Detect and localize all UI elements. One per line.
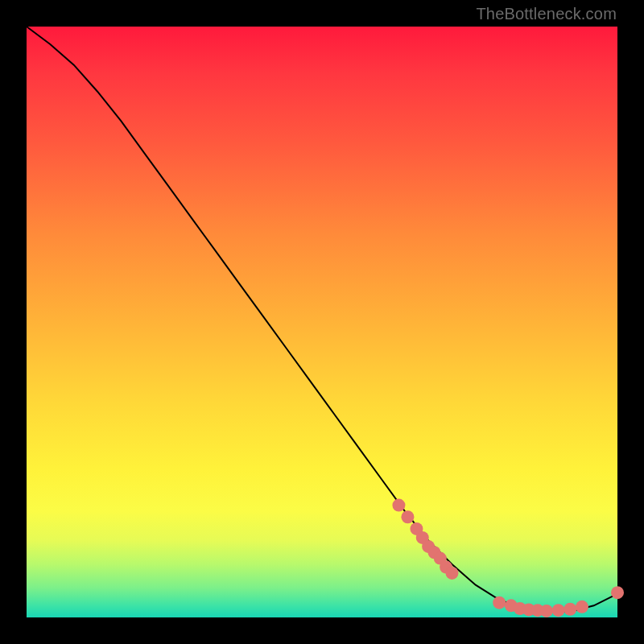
marker-dot: [552, 604, 565, 617]
marker-dot: [540, 605, 553, 617]
marker-dot: [611, 586, 624, 599]
marker-dot: [445, 567, 458, 580]
marker-dots: [392, 499, 624, 617]
marker-dot: [401, 510, 414, 523]
watermark-text: TheBottleneck.com: [476, 5, 617, 23]
marker-dot: [493, 597, 506, 609]
chart-stage: TheBottleneck.com: [0, 0, 644, 644]
marker-dot: [392, 499, 405, 512]
marker-dot: [576, 601, 588, 613]
chart-overlay-svg: [27, 27, 617, 617]
curve-line: [27, 27, 617, 612]
marker-dot: [564, 603, 576, 616]
